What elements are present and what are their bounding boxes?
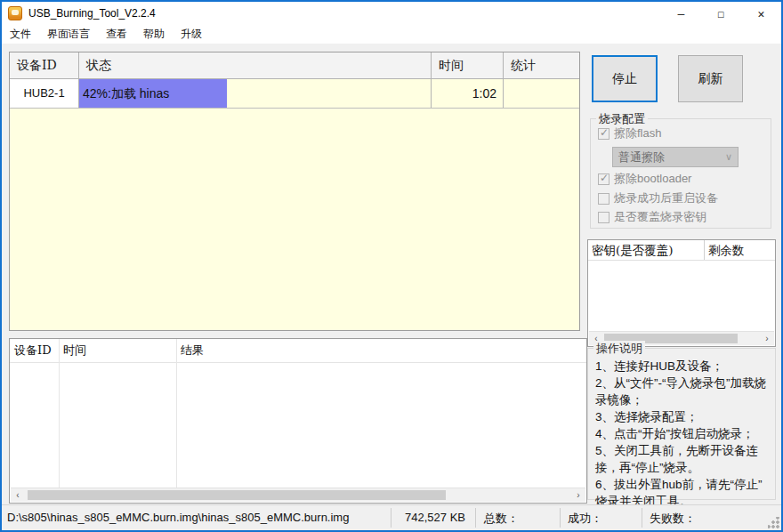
device-progress-table: 设备ID 状态 时间 统计 HUB2-1 42%:加载 hinas 1:02 (9, 52, 580, 331)
column-header-device-id[interactable]: 设备ID (10, 52, 79, 78)
scroll-left-icon[interactable]: ‹ (11, 488, 25, 502)
column-header-stats[interactable]: 统计 (504, 52, 579, 78)
instructions-text: 1、连接好HUB及设备； 2、从“文件”-“导入烧录包”加载烧录镜像； 3、选择… (588, 349, 775, 510)
status-text: 42%:加载 hinas (83, 86, 169, 101)
menu-upgrade[interactable]: 升级 (173, 25, 210, 44)
device-table-header: 设备ID 状态 时间 统计 (10, 52, 579, 79)
instruction-line: 5、关闭工具前，先断开设备连接，再“停止”烧录。 (595, 442, 771, 476)
column-header-time[interactable]: 时间 (59, 339, 176, 362)
erase-flash-checkbox[interactable] (598, 128, 609, 140)
column-divider (176, 339, 177, 488)
result-table-header: 设备ID 时间 结果 (10, 339, 586, 363)
result-table-hscrollbar[interactable]: ‹ › (11, 488, 585, 502)
minimize-icon[interactable]: — (661, 2, 701, 25)
reboot-after-label: 烧录成功后重启设备 (614, 190, 718, 206)
overwrite-key-row: 是否覆盖烧录密钥 (598, 209, 706, 225)
instruction-line: 4、点击“开始”按钮启动烧录； (595, 425, 771, 442)
column-header-remaining[interactable]: 剩余数 (705, 240, 775, 260)
window-controls: — ☐ ✕ (661, 2, 781, 25)
instruction-line: 3、选择烧录配置； (595, 408, 771, 425)
statusbar-divider (642, 508, 642, 528)
title-bar: USB_Burning_Tool_V2.2.4 — ☐ ✕ (2, 2, 781, 25)
scrollbar-thumb[interactable] (28, 490, 446, 500)
time-cell: 1:02 (432, 79, 504, 108)
total-count-label: 总数： (484, 511, 519, 527)
column-header-time[interactable]: 时间 (432, 52, 504, 78)
loaded-image-path: D:\s805\hinas_s805_eMMC.burn.img\hinas_s… (7, 511, 349, 524)
scroll-right-icon[interactable]: › (571, 488, 585, 502)
refresh-button[interactable]: 刷新 (678, 55, 743, 102)
erase-mode-value: 普通擦除 (618, 149, 665, 165)
erase-mode-select[interactable]: 普通擦除 ∨ (612, 147, 739, 167)
erase-bootloader-checkbox[interactable] (598, 173, 609, 185)
statusbar-divider (560, 508, 561, 528)
erase-bootloader-label: 擦除bootloader (614, 171, 691, 187)
overwrite-key-label: 是否覆盖烧录密钥 (614, 209, 706, 225)
column-header-key[interactable]: 密钥(是否覆盖) (588, 240, 705, 260)
device-id-cell: HUB2-1 (10, 79, 79, 108)
instructions-group: 操作说明 1、连接好HUB及设备； 2、从“文件”-“导入烧录包”加载烧录镜像；… (587, 348, 776, 500)
status-cell: 42%:加载 hinas (79, 79, 432, 108)
instruction-line: 1、连接好HUB及设备； (595, 358, 771, 375)
close-icon[interactable]: ✕ (741, 2, 781, 25)
result-table: 设备ID 时间 结果 ‹ › (9, 338, 587, 504)
erase-flash-label: 擦除flash (614, 125, 661, 141)
resize-grip[interactable] (768, 517, 779, 528)
scroll-right-icon[interactable]: › (760, 332, 774, 345)
menu-language[interactable]: 界面语言 (39, 25, 98, 44)
window-title: USB_Burning_Tool_V2.2.4 (28, 7, 156, 20)
menu-file[interactable]: 文件 (2, 25, 39, 44)
reboot-after-row: 烧录成功后重启设备 (598, 190, 718, 206)
column-divider (59, 339, 60, 488)
menu-view[interactable]: 查看 (98, 25, 135, 44)
instruction-line: 2、从“文件”-“导入烧录包”加载烧录镜像； (595, 375, 771, 408)
column-header-status[interactable]: 状态 (79, 52, 432, 78)
statusbar-divider (475, 508, 476, 528)
menu-help[interactable]: 帮助 (135, 25, 173, 44)
reboot-after-checkbox[interactable] (598, 193, 609, 205)
key-table: 密钥(是否覆盖) 剩余数 ‹ › (587, 239, 776, 347)
stats-cell (504, 79, 579, 108)
erase-bootloader-row: 擦除bootloader (598, 171, 691, 187)
overwrite-key-checkbox[interactable] (598, 212, 609, 223)
column-header-result[interactable]: 结果 (176, 339, 586, 362)
fail-count-label: 失败数： (650, 511, 696, 527)
status-bar: D:\s805\hinas_s805_eMMC.burn.img\hinas_s… (2, 504, 781, 530)
maximize-icon[interactable]: ☐ (701, 2, 741, 25)
statusbar-divider (391, 508, 392, 528)
menu-bar: 文件 界面语言 查看 帮助 升级 (2, 25, 781, 44)
app-icon (8, 6, 22, 20)
key-table-header: 密钥(是否覆盖) 剩余数 (588, 240, 775, 261)
instructions-title: 操作说明 (593, 341, 645, 357)
app-window: USB_Burning_Tool_V2.2.4 — ☐ ✕ 文件 界面语言 查看… (0, 0, 783, 532)
column-header-device-id[interactable]: 设备ID (10, 339, 59, 362)
chevron-down-icon: ∨ (725, 151, 732, 163)
erase-flash-row: 擦除flash (598, 125, 661, 141)
table-row[interactable]: HUB2-1 42%:加载 hinas 1:02 (10, 79, 579, 109)
success-count-label: 成功： (568, 511, 602, 527)
image-size: 742,527 KB (396, 511, 465, 524)
burn-config-group: 烧录配置 擦除flash 普通擦除 ∨ 擦除bootloader 烧录成功后重启… (590, 118, 771, 229)
stop-button[interactable]: 停止 (592, 55, 658, 102)
